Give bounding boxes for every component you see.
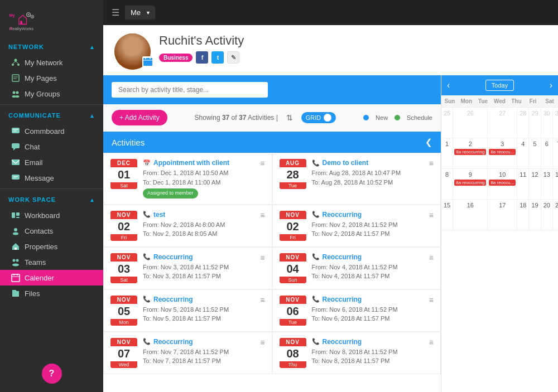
sidebar-item-calender[interactable]: Calender <box>0 270 103 285</box>
activity-menu-icon[interactable]: ≡ <box>429 159 434 168</box>
activity-title[interactable]: 📞 Demo to client <box>312 159 424 167</box>
sidebar-item-properties[interactable]: Properties <box>0 239 103 254</box>
activity-to: To: Nov 2, 2018 At 11:57 PM <box>312 229 424 239</box>
network-section-header[interactable]: NETWORK ▲ <box>0 39 103 55</box>
activity-to: To: Nov 7, 2018 At 11:57 PM <box>143 356 254 366</box>
calendar-cell[interactable]: 30 <box>541 108 553 138</box>
calendar-cell[interactable]: 108a reoccu... <box>488 169 517 200</box>
calendar-cell[interactable]: 98a reoccurring <box>453 169 488 200</box>
activity-meta: From: Dec 1, 2018 At 10:50 AM To: Dec 1,… <box>143 168 254 199</box>
calendar-cell[interactable]: 17 <box>488 200 517 230</box>
help-button[interactable]: ? <box>42 364 62 384</box>
activity-title[interactable]: 📞 Reoccurring <box>143 296 254 303</box>
activity-menu-icon[interactable]: ≡ <box>260 159 264 168</box>
search-input[interactable] <box>112 82 268 98</box>
calendar-cell[interactable]: 19 <box>529 200 541 230</box>
sidebar-item-commboard[interactable]: Commboard <box>0 123 103 139</box>
calendar-event[interactable]: 8a reoccurring <box>454 180 486 186</box>
calendar-cell[interactable]: 15 <box>441 200 453 230</box>
facebook-icon[interactable]: f <box>196 51 208 64</box>
calendar-cell[interactable]: 16 <box>453 200 488 230</box>
activity-title[interactable]: 📞 Reoccurring <box>312 338 424 346</box>
calendar-cell[interactable]: 13 <box>541 169 553 200</box>
calendar-cell[interactable]: 4 <box>517 138 529 169</box>
date-badge: Nov 02 Fri <box>280 211 306 241</box>
sidebar-item-teams[interactable]: Teams <box>0 254 103 270</box>
calendar-cell[interactable]: 21 <box>553 200 558 230</box>
sidebar-item-workboard[interactable]: Workboard <box>0 207 103 223</box>
activity-title[interactable]: 📞 test <box>143 211 254 219</box>
sidebar-item-message[interactable]: Message <box>0 170 103 186</box>
calendar-event[interactable]: 8a reoccu... <box>489 149 516 155</box>
activity-menu-icon[interactable]: ≡ <box>429 211 434 220</box>
activity-title[interactable]: 📅 Appointment with client <box>143 159 254 167</box>
calendar-cell-number: 17 <box>489 201 516 210</box>
svg-rect-26 <box>12 159 20 165</box>
activities-scroll-icon[interactable]: ❮ <box>425 137 432 147</box>
activity-menu-icon[interactable]: ≡ <box>260 253 264 262</box>
calendar-cell[interactable]: 29 <box>529 108 541 138</box>
activity-title-text: Reoccurring <box>323 211 362 219</box>
sidebar-item-my-groups[interactable]: My Groups <box>0 86 103 101</box>
communicate-section-header[interactable]: COMMUNICATE ▲ <box>0 108 103 123</box>
sidebar-item-chat[interactable]: Chat <box>0 139 103 154</box>
profile-badges: Business f t ✎ <box>159 51 547 64</box>
activity-title[interactable]: 📞 Reoccurring <box>312 296 424 303</box>
calendar-cell[interactable]: 38a reoccu... <box>488 138 517 169</box>
user-dropdown[interactable]: Me <box>125 6 155 20</box>
activity-meta: From: Nov 2, 2018 At 11:52 PM To: Nov 2,… <box>312 220 424 239</box>
calendar-cell[interactable]: 11 <box>517 169 529 200</box>
calendar-today-button[interactable]: Today <box>485 80 514 91</box>
activity-menu-icon[interactable]: ≡ <box>260 296 264 304</box>
calendar-cell[interactable]: 28a reoccurring <box>453 138 488 169</box>
calendar-event[interactable]: 8a reoccu... <box>489 180 516 186</box>
svg-point-39 <box>12 264 19 267</box>
calendar-cell[interactable]: 6 <box>541 138 553 169</box>
calendar-cell[interactable]: 20 <box>541 200 553 230</box>
date-badge: Aug 28 Tue <box>280 159 306 189</box>
workspace-section-header[interactable]: WORK SPACE ▲ <box>0 192 103 207</box>
add-activity-button[interactable]: + Add Activity <box>112 110 167 125</box>
svg-marker-25 <box>13 148 16 151</box>
calendar-next-button[interactable]: › <box>550 80 552 90</box>
calendar-cell[interactable]: 27 <box>488 108 517 138</box>
edit-profile-icon[interactable]: ✎ <box>227 51 239 64</box>
activity-card: Dec 01 Sat 📅 Appointment with client Fro… <box>103 153 272 205</box>
svg-point-11 <box>17 64 20 66</box>
calendar-cell[interactable]: 8 <box>441 169 453 200</box>
calendar-cell[interactable]: 25 <box>441 108 453 138</box>
activity-title[interactable]: 📞 Reoccurring <box>143 253 254 261</box>
menu-icon[interactable]: ☰ <box>112 7 119 18</box>
calendar-cell[interactable]: 18 <box>517 200 529 230</box>
calendar-event[interactable]: 8a reoccurring <box>454 149 486 155</box>
calendar-cell[interactable]: 1 <box>441 138 453 169</box>
calendar-cell[interactable]: 14 <box>553 169 558 200</box>
activity-menu-icon[interactable]: ≡ <box>260 338 264 347</box>
activity-title[interactable]: 📞 Reoccurring <box>312 253 424 261</box>
activity-title[interactable]: 📞 Reoccurring <box>143 338 254 346</box>
sidebar-item-contacts[interactable]: Contacts <box>0 223 103 239</box>
calendar-cell[interactable]: 28 <box>517 108 529 138</box>
message-icon <box>11 173 20 182</box>
activity-title[interactable]: 📞 Reoccurring <box>312 211 424 219</box>
calendar-cell[interactable]: 31 <box>553 108 558 138</box>
calendar-cell[interactable]: 26 <box>453 108 488 138</box>
activity-menu-icon[interactable]: ≡ <box>260 211 264 220</box>
activity-menu-icon[interactable]: ≡ <box>429 253 434 262</box>
profile-info: Ruchit's Activity Business f t ✎ <box>159 33 547 64</box>
sort-icon[interactable]: ⇅ <box>286 113 293 122</box>
calendar-cell[interactable]: 7 <box>553 138 558 169</box>
calendar-cell[interactable]: 12 <box>529 169 541 200</box>
sidebar-item-files[interactable]: Files <box>0 285 103 301</box>
sidebar-item-my-network[interactable]: My Network <box>0 55 103 70</box>
activity-menu-icon[interactable]: ≡ <box>429 338 434 347</box>
grid-toggle[interactable]: GRID <box>301 112 336 123</box>
twitter-icon[interactable]: t <box>211 51 224 64</box>
topbar: ☰ Me <box>103 0 558 25</box>
sidebar-item-email[interactable]: Email <box>0 154 103 170</box>
calendar-cell[interactable]: 5 <box>529 138 541 169</box>
activity-menu-icon[interactable]: ≡ <box>429 296 434 304</box>
calendar-prev-button[interactable]: ‹ <box>447 80 450 90</box>
sidebar-item-my-pages[interactable]: My Pages <box>0 70 103 86</box>
activity-title-text: Demo to client <box>323 159 369 167</box>
